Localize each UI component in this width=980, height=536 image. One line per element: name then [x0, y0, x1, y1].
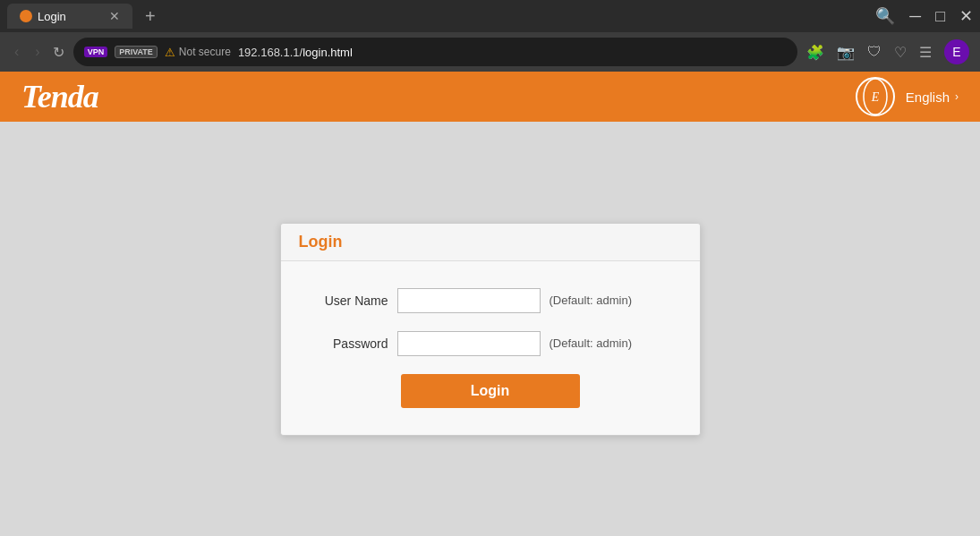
back-button[interactable]: ‹ — [11, 42, 22, 62]
close-button[interactable]: ✕ — [959, 6, 973, 26]
window-controls: 🔍 ─ □ ✕ — [875, 6, 973, 26]
tenda-header: Tenda E English › — [0, 72, 980, 122]
address-bar: ‹ › ↻ VPN PRIVATE ⚠ Not secure 192.168.1… — [0, 32, 980, 72]
username-input[interactable] — [397, 288, 541, 313]
vpn-badge: VPN — [84, 47, 108, 57]
language-label: English — [906, 89, 950, 105]
svg-text:E: E — [871, 90, 880, 104]
security-warning: ⚠ Not secure — [165, 46, 231, 59]
favorites-icon[interactable]: ♡ — [894, 44, 907, 61]
password-row: Password (Default: admin) — [299, 331, 682, 356]
login-card: Login User Name (Default: admin) Passwor… — [280, 223, 701, 436]
password-hint: (Default: admin) — [550, 336, 632, 350]
title-bar: Login ✕ + 🔍 ─ □ ✕ — [0, 0, 980, 32]
tab-title: Login — [38, 10, 66, 23]
address-input-wrapper[interactable]: VPN PRIVATE ⚠ Not secure 192.168.1.1/log… — [73, 38, 797, 66]
browser-tab[interactable]: Login ✕ — [7, 4, 132, 29]
login-title: Login — [299, 233, 343, 251]
minimize-button[interactable]: ─ — [909, 7, 921, 26]
language-arrow-icon: › — [955, 90, 959, 103]
password-label: Password — [299, 336, 388, 351]
login-card-header: Login — [281, 224, 700, 261]
main-area: Login User Name (Default: admin) Passwor… — [0, 122, 980, 536]
login-btn-row: Login — [299, 374, 682, 408]
tab-close-button[interactable]: ✕ — [109, 9, 120, 23]
reload-button[interactable]: ↻ — [53, 44, 64, 61]
forward-button[interactable]: › — [31, 42, 43, 62]
login-button[interactable]: Login — [401, 374, 580, 408]
new-tab-button[interactable]: + — [140, 6, 161, 27]
username-hint: (Default: admin) — [550, 294, 632, 307]
toolbar-icons: 🧩 📷 🛡 ♡ ☰ E — [806, 39, 969, 64]
page-content: Tenda E English › Login User Name (Defau… — [0, 72, 980, 536]
username-label: User Name — [299, 294, 388, 308]
extensions-icon[interactable]: 🧩 — [806, 44, 824, 61]
warning-icon: ⚠ — [165, 46, 175, 59]
profile-icon[interactable]: E — [944, 39, 969, 64]
easylife-logo: E — [856, 77, 895, 116]
tab-favicon — [20, 10, 32, 22]
private-badge: PRIVATE — [115, 46, 158, 58]
username-row: User Name (Default: admin) — [299, 288, 682, 313]
tenda-logo: Tenda — [21, 78, 98, 115]
browser-chrome: Login ✕ + 🔍 ─ □ ✕ ‹ › ↻ VPN PRIVATE ⚠ No… — [0, 0, 980, 72]
maximize-button[interactable]: □ — [935, 7, 945, 26]
address-text: 192.168.1.1/login.html — [238, 46, 787, 59]
shield-icon[interactable]: 🛡 — [867, 44, 882, 60]
login-card-body: User Name (Default: admin) Password (Def… — [281, 261, 700, 435]
search-icon[interactable]: 🔍 — [875, 6, 895, 26]
settings-icon[interactable]: ☰ — [919, 44, 932, 61]
screenshot-icon[interactable]: 📷 — [837, 44, 855, 61]
language-selector[interactable]: English › — [906, 89, 959, 105]
password-input[interactable] — [397, 331, 541, 356]
